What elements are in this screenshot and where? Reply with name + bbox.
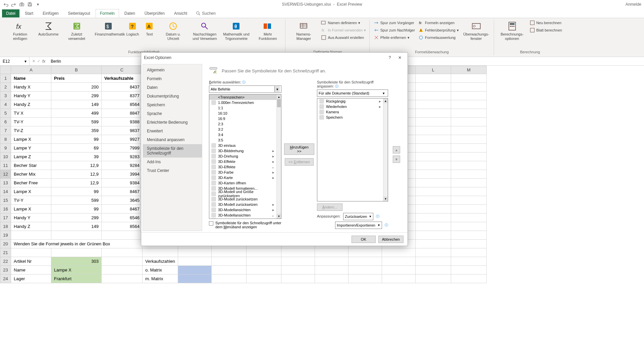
options-nav-item[interactable]: Trust Center xyxy=(143,166,202,175)
list-item[interactable]: <Trennzeichen> xyxy=(209,95,276,100)
tab-file[interactable]: Datei xyxy=(2,9,19,17)
tab-data[interactable]: Daten xyxy=(120,9,139,17)
cell[interactable]: Lager xyxy=(11,275,51,283)
remove-arrows-button[interactable]: Pfeile entfernen ▾ xyxy=(372,34,416,41)
cell[interactable] xyxy=(415,126,451,135)
text-button[interactable]: AText xyxy=(142,19,157,38)
search-box[interactable]: Suchen xyxy=(193,9,219,17)
cell[interactable] xyxy=(451,170,486,179)
cell[interactable] xyxy=(102,231,143,240)
cell[interactable] xyxy=(451,153,486,161)
cell[interactable] xyxy=(451,144,486,153)
cell[interactable]: 69 xyxy=(51,144,102,153)
cell[interactable] xyxy=(246,257,281,266)
cell[interactable] xyxy=(348,266,382,275)
use-in-formula-button[interactable]: fxIn Formel verwenden ▾ xyxy=(320,27,367,34)
cell[interactable] xyxy=(415,240,451,248)
dialog-titlebar[interactable]: Excel-Optionen ? ✕ xyxy=(141,53,408,63)
cell[interactable] xyxy=(246,248,281,257)
cell[interactable] xyxy=(451,118,486,126)
cell[interactable] xyxy=(415,118,451,126)
cell[interactable] xyxy=(382,275,415,283)
list-item[interactable]: 3D ein/aus xyxy=(209,143,276,148)
tab-home[interactable]: Start xyxy=(21,9,37,17)
qat-list[interactable]: Rückgängig▸Wiederholen▸KameraSpeichern ▲… xyxy=(317,98,388,201)
calculate-now-button[interactable]: Neu berechnen xyxy=(528,19,564,26)
cell[interactable] xyxy=(415,275,451,283)
cell[interactable]: 149 xyxy=(51,100,102,109)
row-header[interactable]: 13 xyxy=(0,179,11,187)
cell[interactable] xyxy=(211,257,246,266)
cell[interactable]: 299 xyxy=(51,214,102,222)
row-header[interactable]: 3 xyxy=(0,92,11,100)
formula-cancel-icon[interactable]: ✕ xyxy=(32,59,35,63)
list-item[interactable]: 3D-Modell und Größe zurücksetzen xyxy=(209,191,276,196)
create-from-selection-button[interactable]: Aus Auswahl erstellen xyxy=(320,34,367,41)
cell[interactable]: 299 xyxy=(51,92,102,100)
cell[interactable] xyxy=(246,275,281,283)
cell[interactable] xyxy=(451,205,486,214)
commands-from-select[interactable]: Alle Befehle▾ xyxy=(209,85,281,93)
list-scrollbar[interactable]: ▲ ▼ xyxy=(383,99,388,201)
cell[interactable]: 39 xyxy=(51,153,102,161)
cell[interactable]: Wenden Sie die Formel jeweils in der Grü… xyxy=(11,240,143,248)
cell[interactable] xyxy=(451,100,486,109)
cell[interactable] xyxy=(348,257,382,266)
commands-list[interactable]: <Trennzeichen>1.000er-Trennzeichen1:116:… xyxy=(209,94,281,219)
row-header[interactable]: 18 xyxy=(0,222,11,231)
insert-function-button[interactable]: fxFunktion einfügen xyxy=(5,19,36,42)
cell[interactable] xyxy=(415,187,451,196)
cell[interactable]: Lampe Z xyxy=(11,153,51,161)
cell[interactable]: 359 xyxy=(51,126,102,135)
row-header[interactable]: 22 xyxy=(0,257,11,266)
show-below-ribbon-checkbox[interactable]: Symbolleiste für den Schnellzugriff unte… xyxy=(209,221,281,229)
list-item[interactable]: Wiederholen▸ xyxy=(317,104,383,109)
cell[interactable] xyxy=(211,248,246,257)
list-item[interactable]: 3D-Bilddrehung▸ xyxy=(209,148,276,154)
formula-accept-icon[interactable]: ✓ xyxy=(37,59,40,63)
cell[interactable]: 599 xyxy=(51,196,102,205)
list-item[interactable]: 3D-Modellansichten⌄ xyxy=(209,213,276,218)
modify-button[interactable]: Ändern... xyxy=(317,203,342,211)
cell[interactable]: 12,9 xyxy=(51,179,102,187)
cell[interactable] xyxy=(415,170,451,179)
cell[interactable] xyxy=(451,222,486,231)
row-header[interactable]: 24 xyxy=(0,275,11,283)
cell[interactable] xyxy=(451,92,486,100)
dialog-help-button[interactable]: ? xyxy=(385,53,395,62)
cell[interactable] xyxy=(415,205,451,214)
scroll-down-icon[interactable]: ▼ xyxy=(277,214,281,219)
cell[interactable]: Verkaufszahle xyxy=(102,74,143,83)
cell[interactable] xyxy=(415,196,451,205)
calculation-options-button[interactable]: Berechnungs-optionen xyxy=(497,19,528,42)
cell[interactable] xyxy=(451,179,486,187)
list-item[interactable]: 3D-Effekte▸ xyxy=(209,159,276,164)
cell[interactable] xyxy=(415,179,451,187)
row-header[interactable]: 8 xyxy=(0,135,11,144)
cell[interactable]: 303 xyxy=(51,257,102,266)
cell[interactable] xyxy=(415,74,451,83)
cell[interactable]: 8467 xyxy=(102,187,143,196)
tab-formulas[interactable]: Formeln xyxy=(96,9,119,18)
cell[interactable]: TV-Z xyxy=(11,126,51,135)
cell[interactable]: 9388 xyxy=(102,118,143,126)
cell[interactable]: o. Matrix xyxy=(143,266,178,275)
cell[interactable]: Becher Star xyxy=(11,161,51,170)
list-item[interactable]: 3D-Modelle einfügen xyxy=(209,218,276,219)
cell[interactable]: Verkaufszahlen xyxy=(143,257,178,266)
cell[interactable]: 3645 xyxy=(102,196,143,205)
fx-icon[interactable]: fx xyxy=(42,59,45,64)
cancel-button[interactable]: Abbrechen xyxy=(378,236,404,243)
cell[interactable] xyxy=(415,109,451,118)
cell[interactable]: Lampe X xyxy=(11,187,51,196)
row-header[interactable]: 20 xyxy=(0,240,11,248)
cell[interactable] xyxy=(246,266,281,275)
name-box[interactable]: E12▾ xyxy=(0,57,30,65)
cell[interactable] xyxy=(178,266,211,275)
cell[interactable] xyxy=(315,266,348,275)
cell[interactable] xyxy=(348,248,382,257)
cell[interactable] xyxy=(315,248,348,257)
error-checking-button[interactable]: !Fehlerüberprüfung ▾ xyxy=(417,27,460,34)
options-nav-item[interactable]: Sprache xyxy=(143,109,202,118)
scroll-up-icon[interactable]: ▲ xyxy=(277,95,281,99)
